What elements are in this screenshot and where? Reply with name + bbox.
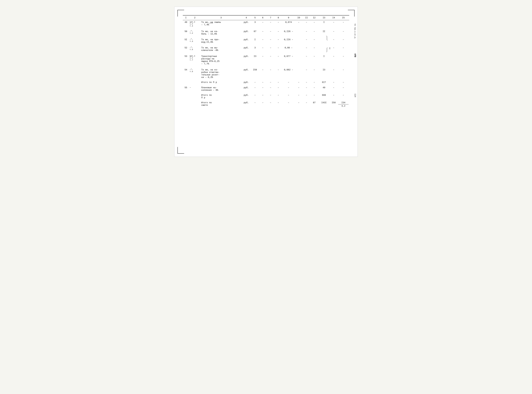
cell-smeta-col7: – [267, 100, 274, 108]
cell-50-col3: То же, на ка-бель – I2,6% [201, 28, 242, 36]
cell-53-col14: – [330, 52, 338, 66]
cell-53-col5: I3 [251, 52, 259, 66]
cell-52-col7: – [267, 44, 274, 52]
cell-55-col5: – [251, 84, 259, 92]
cell-smeta-col6: – [259, 100, 267, 108]
cell-55-col11: – [303, 84, 310, 92]
table-row-itogo1: Итого по П р руб. – – – – – – – – 6I7 – … [183, 79, 349, 84]
cell-54-col4: руб. [242, 66, 251, 79]
cell-52-num: 52 [183, 44, 189, 52]
cell-itogo1-col12: – [310, 79, 318, 84]
cell-52-col4: руб. [242, 44, 251, 52]
cell-55-num: 55 [183, 84, 189, 92]
cell-51-col2: –"– т.3 [189, 36, 201, 44]
cell-51-col15: – [338, 36, 349, 44]
cell-51-col3: То же, на про-вод–II,6% [201, 36, 242, 44]
cell-50-col14: – [330, 28, 338, 36]
cell-itogo1-col5: – [251, 79, 259, 84]
cell-itogo2-col11: – [303, 92, 310, 100]
cell-55-col2: – [189, 84, 201, 92]
header-col-10: IO [295, 15, 303, 20]
cell-itogo1-col11: – [303, 79, 310, 84]
header-col-4: 4 [242, 15, 251, 20]
cell-53-col6: – [259, 52, 267, 66]
cell-53-col3: Транспортныерасходы наящики ЯТН–0,25– 7,… [201, 52, 242, 66]
cell-55-col3: Плановые на-копления – 8% [201, 84, 242, 92]
cell-54-col7: – [267, 66, 274, 79]
cell-54-col2: –"– т.5 [189, 66, 201, 79]
cell-50-col12: – [310, 28, 318, 36]
cell-50-col7: – [267, 28, 274, 36]
cell-53-num: 53 [183, 52, 189, 66]
cell-55-col7: – [267, 84, 274, 92]
cell-54-col9: 0,082 – [282, 66, 295, 79]
cell-50-col5: 87 [251, 28, 259, 36]
cell-49-col12: – [310, 20, 318, 28]
cell-49-col13: I [318, 20, 330, 28]
header-col-3: 3 [201, 15, 242, 20]
table-row: 53 Цен.I ч.У т.7 Транспортныерасходы ная… [183, 52, 349, 66]
cell-55-col10: – [295, 84, 303, 92]
cell-51-col12: – [310, 36, 318, 44]
cell-55-col6: – [259, 84, 267, 92]
header-col-11: II [303, 15, 310, 20]
cell-49-col7: – [267, 20, 274, 28]
cell-smeta-col12: 87 [310, 100, 318, 108]
cell-itogo1-col15: – [338, 79, 349, 84]
cell-52-col14: – [330, 44, 338, 52]
cell-50-col6: – [259, 28, 267, 36]
cell-55-col15: – [338, 84, 349, 92]
cell-itogo1-col14: – [330, 79, 338, 84]
cell-itogo2-col8: – [274, 92, 282, 100]
cell-itogo2-col13: 666 [318, 92, 330, 100]
cell-51-col10 [295, 36, 303, 44]
cell-smeta-col9: – [282, 100, 295, 108]
cell-53-col10 [295, 52, 303, 66]
cell-54-col10 [295, 66, 303, 79]
cell-itogo2-col3: Итого поП р [201, 92, 242, 100]
cell-50-col4: руб. [242, 28, 251, 36]
cell-51-col8: – [274, 36, 282, 44]
cell-itogo2-col7: – [267, 92, 274, 100]
table-header-row: I 2 3 4 5 6 7 8 9 IO II I2 I3 I4 I5 [183, 15, 349, 20]
cell-54-num: 54 [183, 66, 189, 79]
cell-smeta-col3: Итого посмете [201, 100, 242, 108]
cell-itogo2-col6: – [259, 92, 267, 100]
cell-49-col4: руб. [242, 20, 251, 28]
cell-itogo2-col14: – [330, 92, 338, 100]
side-text-tp: ТП 704-4-37,8; [353, 24, 356, 39]
cell-54-col3: То же, на ко-робки ответви-тельные розет… [201, 66, 242, 79]
cell-itogo1-col7: – [267, 79, 274, 84]
cell-itogo2-col5: – [251, 92, 259, 100]
cell-itogo2-col9: – [282, 92, 295, 100]
cell-54-col5: I58 [251, 66, 259, 79]
side-text-number: 114 [354, 93, 356, 97]
document-page: ТП 704-4-37,8; АЛШ 114 I 2 3 4 5 6 7 8 9… [174, 7, 358, 157]
cell-itogo1-col2 [189, 79, 201, 84]
cell-55-col9: – [282, 84, 295, 92]
cell-itogo2-col12: – [310, 92, 318, 100]
header-col-9: 9 [282, 15, 295, 20]
cell-itogo1-col13: 6I7 [318, 79, 330, 84]
header-col-6: 6 [259, 15, 267, 20]
cell-itogo1-col6: – [259, 79, 267, 84]
cell-51-col13-brace: ⎱ [318, 36, 330, 44]
cell-49-col10: – [295, 20, 303, 28]
cell-54-col15: – [338, 66, 349, 79]
cell-49-col8: – [274, 20, 282, 28]
cell-53-col4: руб. [242, 52, 251, 66]
cell-52-col9: 0,08 – [282, 44, 295, 52]
cell-54-col12: – [310, 66, 318, 79]
header-col-13: I3 [318, 15, 330, 20]
header-col-8: 8 [274, 15, 282, 20]
cell-itogo2-col4: руб. [242, 92, 251, 100]
cell-smeta-col10: – [295, 100, 303, 108]
cell-54-col8: – [274, 66, 282, 79]
cell-49-col3: То же, на лампы– 7,4% [201, 20, 242, 28]
table-row: 52 –"– т.5 То же, на вы-ключатели –8% ру… [183, 44, 349, 52]
cell-51-col11: – [303, 36, 310, 44]
cell-51-col5: I [251, 36, 259, 44]
cell-50-col15: – [338, 28, 349, 36]
cell-itogo1-col8: – [274, 79, 282, 84]
cell-smeta-col15: I34 4,2 [338, 100, 349, 108]
